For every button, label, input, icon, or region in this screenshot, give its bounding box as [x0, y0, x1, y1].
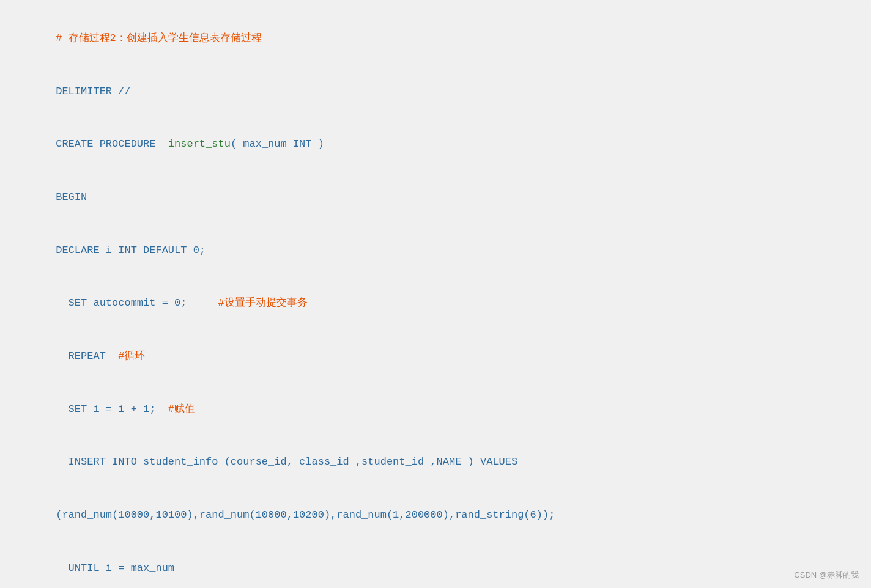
kw-begin: BEGIN: [56, 191, 87, 203]
code-line-comment1: # 存储过程2：创建插入学生信息表存储过程: [18, 12, 853, 65]
code-line-until: UNTIL i = max_num: [18, 542, 853, 588]
code-line-declare: DECLARE i INT DEFAULT 0;: [18, 224, 853, 277]
brand-text: CSDN @赤脚的我: [794, 570, 859, 579]
code-line-delimiter1: DELIMITER //: [18, 65, 853, 119]
code-line-repeat: REPEAT #循环: [18, 330, 853, 383]
comment-autocommit: #设置手动提交事务: [218, 297, 307, 309]
kw-insert: INSERT INTO student_info (course_id, cla…: [56, 456, 517, 468]
proc-params: ( max_num INT ): [231, 138, 324, 150]
code-line-insert: INSERT INTO student_info (course_id, cla…: [18, 436, 853, 489]
code-line-create: CREATE PROCEDURE insert_stu( max_num INT…: [18, 118, 853, 171]
kw-set-autocommit: SET autocommit = 0;: [56, 297, 218, 309]
kw-delimiter: DELIMITER //: [56, 86, 130, 97]
comment-repeat: #循环: [118, 350, 145, 362]
kw-set-i: SET i = i + 1;: [56, 403, 168, 415]
page-container: # 存储过程2：创建插入学生信息表存储过程 DELIMITER // CREAT…: [0, 0, 871, 588]
footer-brand: CSDN @赤脚的我: [794, 570, 859, 581]
code-line-set1: SET autocommit = 0; #设置手动提交事务: [18, 277, 853, 330]
comment-text: # 存储过程2：创建插入学生信息表存储过程: [56, 32, 262, 44]
code-line-begin: BEGIN: [18, 171, 853, 224]
code-block-procedure2: # 存储过程2：创建插入学生信息表存储过程 DELIMITER // CREAT…: [0, 0, 871, 588]
kw-declare: DECLARE i INT DEFAULT 0;: [56, 244, 206, 256]
code-line-values: (rand_num(10000,10100),rand_num(10000,10…: [18, 489, 853, 542]
kw-values: (rand_num(10000,10100),rand_num(10000,10…: [56, 509, 555, 521]
kw-until: UNTIL i = max_num: [56, 562, 174, 574]
kw-repeat: REPEAT: [56, 350, 118, 362]
comment-set: #赋值: [168, 403, 195, 415]
proc-name: insert_stu: [168, 138, 231, 150]
code-line-set2: SET i = i + 1; #赋值: [18, 383, 853, 436]
kw-create-procedure: CREATE PROCEDURE: [56, 138, 168, 150]
